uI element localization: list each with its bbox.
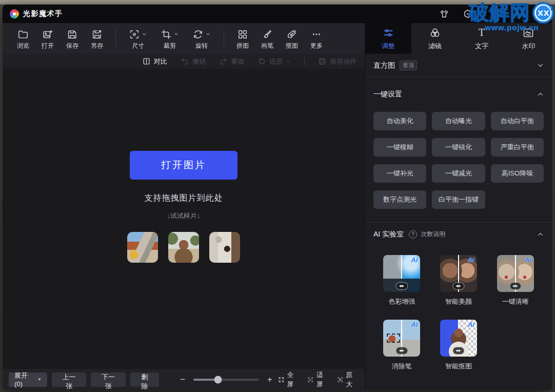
help-question-icon[interactable]: ?	[409, 230, 417, 239]
previous-image-button[interactable]: 上一张	[52, 373, 86, 387]
sample-image-desert-road[interactable]	[127, 232, 158, 263]
before-after-toggle-icon[interactable]: ◀▶	[452, 282, 464, 290]
text-icon: T	[475, 27, 488, 39]
tab-adjust[interactable]: 调整	[365, 23, 411, 54]
save-icon	[67, 29, 78, 40]
watermark-image-icon	[522, 27, 534, 39]
white-balance-one-key-button[interactable]: 白平衡一指键	[432, 190, 485, 209]
filters-icon	[429, 27, 441, 39]
delete-image-button[interactable]: 删除	[130, 373, 159, 387]
fit-screen-icon	[307, 376, 314, 384]
ai-one-click-clarity-thumb[interactable]: Ai ◀▶	[497, 255, 534, 292]
zoom-in-button[interactable]: +	[266, 375, 273, 385]
auto-beautify-button[interactable]: 自动美化	[373, 112, 426, 130]
redo-icon	[219, 57, 228, 66]
toolbar-more-button[interactable]: 更多	[304, 28, 329, 49]
tab-watermark[interactable]: 水印	[505, 23, 552, 54]
ai-eraser-pen[interactable]: Ai ◀▶ 消除笔	[373, 320, 430, 371]
one-click-dim-light-button[interactable]: 一键减光	[432, 164, 485, 183]
histogram-title: 直方图	[373, 61, 395, 70]
ai-smart-beauty-thumb[interactable]: Ai ◀▶	[440, 255, 477, 292]
fullscreen-button[interactable]: 全屏	[278, 370, 298, 389]
toolbar-separator	[115, 30, 116, 47]
eraser-selection-box	[387, 334, 400, 343]
save-action-icon	[318, 57, 327, 66]
sample-image-desk-flatlay[interactable]	[209, 232, 240, 263]
toolbar-save-as-button[interactable]: 另存	[85, 28, 109, 49]
ai-lab-section-header[interactable]: AI 实验室 ? 次数说明	[365, 223, 552, 246]
toolbar-brush-button[interactable]: 画笔	[255, 28, 280, 49]
zoom-out-button[interactable]: −	[179, 375, 186, 385]
app-logo-icon	[10, 9, 19, 18]
fit-screen-button[interactable]: 适屏	[307, 370, 327, 389]
toolbar-collage-button[interactable]: 拼图	[230, 28, 255, 49]
original-size-button[interactable]: 原大	[337, 370, 356, 389]
digital-spot-metering-button[interactable]: 数字点测光	[373, 190, 426, 209]
next-image-button[interactable]: 下一张	[91, 373, 125, 387]
toolbar-rotate-button[interactable]: 旋转	[186, 28, 217, 49]
zoom-slider[interactable]	[193, 379, 259, 381]
view-mode-group: 全屏 适屏 原大	[278, 370, 359, 389]
restore-button[interactable]: 还原	[257, 57, 291, 66]
skin-theme-icon[interactable]	[439, 9, 449, 19]
sample-image-portrait[interactable]	[168, 232, 199, 263]
more-ellipsis-icon	[311, 29, 322, 40]
close-window-button[interactable]: ✕	[538, 10, 544, 18]
toolbar-open-button[interactable]: 打开	[35, 28, 60, 49]
sliders-icon	[382, 27, 394, 39]
tab-filters[interactable]: 滤镜	[411, 23, 458, 54]
chevron-down-icon	[205, 31, 211, 37]
zoom-control: − +	[179, 375, 273, 385]
toolbar-cutout-button[interactable]: 抠图	[280, 28, 304, 49]
caret-down-icon: ▼	[37, 377, 42, 382]
main-toolbar: 浏览 打开 保存 另存 尺寸	[3, 23, 365, 54]
save-action-button[interactable]: 保存动作	[318, 57, 356, 66]
app-window: 光影魔术手 ✕ 浏览 打开 保存	[3, 5, 552, 390]
toolbar-save-button[interactable]: 保存	[60, 28, 85, 49]
expand-filmstrip-dropdown[interactable]: 展开(0) ▼	[9, 373, 47, 387]
ai-one-click-clarity[interactable]: Ai ◀▶ 一键清晰	[487, 255, 544, 306]
before-after-toggle-icon[interactable]: ◀▶	[452, 347, 464, 355]
ai-badge: Ai	[411, 256, 418, 264]
one-click-section-header[interactable]: 一键设置	[365, 83, 552, 106]
toolbar-browse-button[interactable]: 浏览	[11, 28, 35, 49]
one-click-blur-button[interactable]: 一键模糊	[373, 138, 426, 156]
open-image-button[interactable]: 打开图片	[130, 151, 237, 180]
tab-text[interactable]: T 文字	[459, 23, 505, 54]
ai-color-enhance-thumb[interactable]: Ai ◀▶	[383, 255, 420, 292]
ai-smart-matting-thumb[interactable]: Ai ◀▶	[440, 320, 477, 357]
one-click-sharpen-button[interactable]: 一键锐化	[432, 138, 485, 156]
undo-button[interactable]: 撤销	[181, 57, 206, 66]
before-after-toggle-icon[interactable]: ◀▶	[396, 347, 408, 355]
toolbar-size-button[interactable]: 尺寸	[122, 28, 154, 49]
severe-white-balance-button[interactable]: 严重白平衡	[491, 138, 544, 156]
ai-usage-note[interactable]: 次数说明	[421, 230, 445, 239]
ai-smart-beauty[interactable]: Ai ◀▶ 智能美颜	[430, 255, 487, 306]
settings-gear-icon[interactable]	[463, 9, 473, 19]
fullscreen-icon	[278, 376, 285, 384]
compare-button[interactable]: 对比	[142, 57, 167, 66]
before-after-toggle-icon[interactable]: ◀▶	[509, 282, 521, 290]
ai-smart-matting[interactable]: Ai ◀▶ 智能抠图	[430, 320, 487, 371]
chevron-down-icon	[142, 31, 147, 37]
ai-feature-grid: Ai ◀▶ 色彩增强 Ai ◀▶ 智能美颜 Ai ◀▶	[365, 246, 552, 378]
toolbar-crop-button[interactable]: 裁剪	[154, 28, 186, 49]
one-click-fill-light-button[interactable]: 一键补光	[373, 164, 426, 183]
chevron-down-icon	[537, 62, 544, 69]
zoom-slider-thumb[interactable]	[214, 376, 222, 383]
before-after-toggle-icon[interactable]: ◀▶	[396, 282, 408, 290]
high-iso-denoise-button[interactable]: 高ISO降噪	[491, 164, 544, 183]
ai-eraser-pen-thumb[interactable]: Ai ◀▶	[383, 320, 420, 357]
redo-button[interactable]: 重做	[219, 57, 244, 66]
brush-icon	[262, 29, 273, 40]
drop-hint-text: 支持拖拽图片到此处	[145, 193, 223, 204]
history-bar: 对比 撤销 重做 还原 保存动作	[3, 54, 365, 69]
ai-color-enhance[interactable]: Ai ◀▶ 色彩增强	[373, 255, 430, 306]
resize-icon	[129, 29, 140, 40]
histogram-section-header[interactable]: 直方图 置顶	[365, 54, 552, 77]
image-canvas[interactable]: 打开图片 支持拖拽图片到此处 ↓试试样片↓	[3, 69, 365, 369]
auto-exposure-button[interactable]: 自动曝光	[432, 112, 485, 130]
titlebar: 光影魔术手 ✕	[3, 5, 552, 23]
samples-hint-text: ↓试试样片↓	[167, 211, 201, 221]
auto-white-balance-button[interactable]: 自动白平衡	[491, 112, 544, 130]
